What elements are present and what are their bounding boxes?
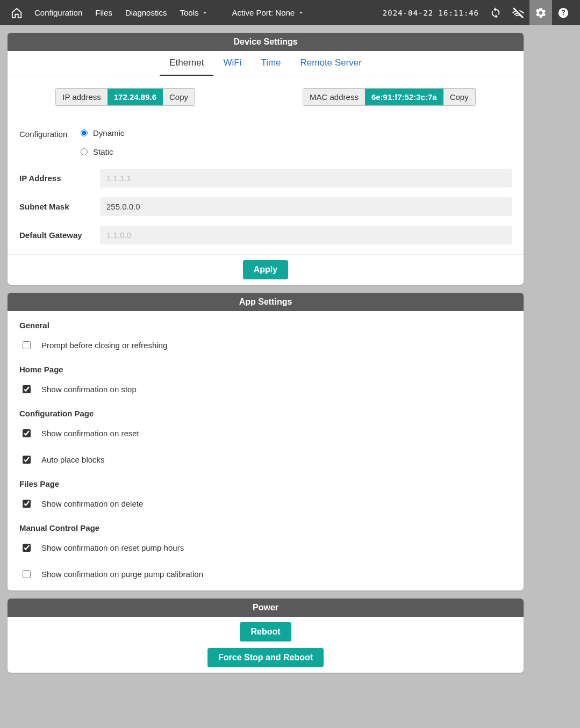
radio-dynamic[interactable]: Dynamic: [81, 128, 124, 138]
mac-address-label: MAC address: [303, 89, 365, 105]
subnet-mask-label: Subnet Mask: [19, 202, 95, 211]
home-icon[interactable]: [5, 0, 28, 25]
section-general: General: [19, 316, 512, 334]
topbar: Configuration Files Diagnostics Tools Ac…: [0, 0, 580, 25]
ip-copy-button[interactable]: Copy: [163, 89, 195, 105]
device-settings-title: Device Settings: [8, 33, 524, 51]
label-confirm-reset: Show confirmation on reset: [41, 429, 139, 438]
tab-remote-server[interactable]: Remote Server: [291, 51, 371, 76]
ip-address-input[interactable]: [100, 169, 512, 188]
settings-icon[interactable]: [529, 0, 552, 25]
mac-copy-button[interactable]: Copy: [443, 89, 475, 105]
tab-ethernet[interactable]: Ethernet: [160, 51, 213, 76]
tab-wifi[interactable]: WiFi: [213, 51, 251, 76]
checkbox-prompt-close[interactable]: [23, 341, 31, 349]
device-settings-tabs: Ethernet WiFi Time Remote Server: [8, 51, 524, 76]
ip-address-value: 172.24.89.6: [108, 89, 163, 105]
default-gateway-label: Default Gateway: [19, 230, 95, 240]
section-files-page: Files Page: [19, 475, 512, 493]
ip-address-label: IP address: [56, 89, 107, 105]
app-settings-panel: App Settings General Prompt before closi…: [8, 293, 524, 590]
device-settings-panel: Device Settings Ethernet WiFi Time Remot…: [8, 33, 524, 285]
checkbox-confirm-delete[interactable]: [23, 500, 31, 508]
section-configuration-page: Configuration Page: [19, 405, 512, 422]
reboot-button[interactable]: Reboot: [240, 622, 291, 641]
label-confirm-reset-pump: Show confirmation on reset pump hours: [41, 543, 184, 552]
ip-address-group: IP address 172.24.89.6 Copy: [55, 88, 195, 106]
label-auto-place-blocks: Auto place blocks: [41, 455, 105, 464]
nav-configuration[interactable]: Configuration: [28, 0, 89, 25]
checkbox-confirm-purge[interactable]: [23, 570, 31, 578]
chevron-down-icon: [298, 10, 304, 16]
sync-icon[interactable]: [484, 0, 507, 25]
power-panel: Power Reboot Force Stop and Reboot: [8, 599, 524, 673]
label-confirm-stop: Show confirmation on stop: [41, 385, 137, 394]
checkbox-confirm-reset[interactable]: [23, 429, 31, 437]
power-title: Power: [8, 599, 524, 617]
section-home-page: Home Page: [19, 361, 512, 378]
subnet-mask-input[interactable]: [100, 197, 512, 216]
nav-active-port[interactable]: Active Port: None: [225, 0, 311, 25]
nav-files[interactable]: Files: [89, 0, 119, 25]
help-icon[interactable]: [552, 0, 575, 25]
section-manual-control-page: Manual Control Page: [19, 519, 512, 537]
force-stop-reboot-button[interactable]: Force Stop and Reboot: [207, 648, 324, 667]
nav-tools[interactable]: Tools: [173, 0, 214, 25]
mac-address-group: MAC address 6e:91:f7:52:3c:7a Copy: [303, 88, 476, 106]
checkbox-confirm-stop[interactable]: [23, 385, 31, 393]
ip-address-field-label: IP Address: [19, 174, 95, 183]
mac-address-value: 6e:91:f7:52:3c:7a: [365, 89, 443, 105]
tab-time[interactable]: Time: [251, 51, 290, 76]
radio-static[interactable]: Static: [81, 147, 124, 156]
nav-diagnostics[interactable]: Diagnostics: [119, 0, 174, 25]
checkbox-confirm-reset-pump[interactable]: [23, 544, 31, 552]
chevron-down-icon: [202, 10, 208, 16]
label-confirm-purge: Show confirmation on purge pump calibrat…: [41, 570, 203, 579]
label-confirm-delete: Show confirmation on delete: [41, 499, 143, 508]
timestamp: 2024-04-22 16:11:46: [383, 9, 484, 17]
label-prompt-close: Prompt before closing or refreshing: [41, 341, 167, 350]
wifi-off-icon[interactable]: [507, 0, 529, 25]
checkbox-auto-place-blocks[interactable]: [23, 456, 31, 464]
app-settings-title: App Settings: [8, 293, 524, 311]
apply-button[interactable]: Apply: [243, 260, 288, 279]
configuration-label: Configuration: [19, 121, 78, 139]
default-gateway-input[interactable]: [100, 226, 512, 244]
